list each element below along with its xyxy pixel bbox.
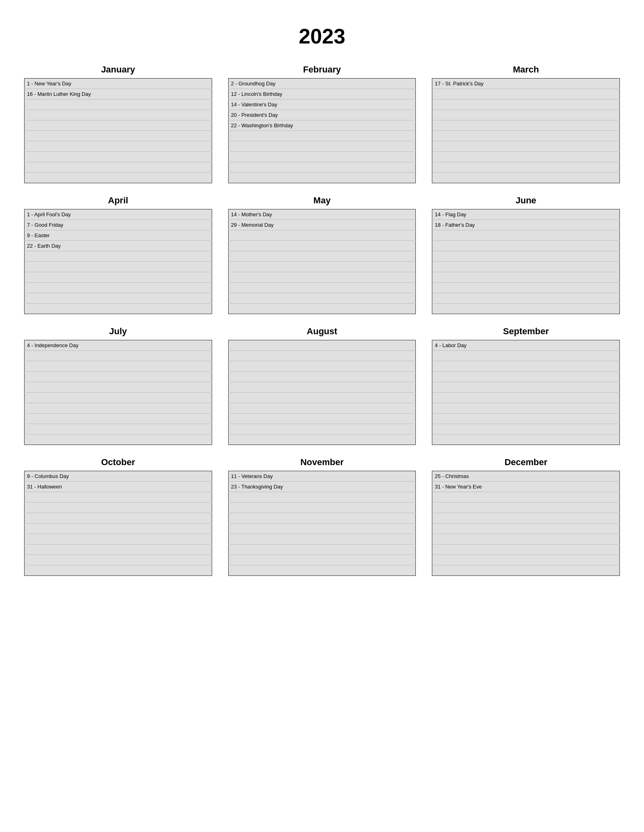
event-cell: [228, 272, 416, 283]
event-cell: [432, 162, 620, 173]
event-cell: [228, 251, 416, 262]
month-block-july: July4 - Independence Day: [24, 326, 212, 445]
event-cell: [228, 382, 416, 393]
event-cell: [432, 544, 620, 555]
event-cell: [25, 293, 212, 304]
month-table: [228, 340, 416, 445]
event-cell: [432, 403, 620, 414]
month-block-december: December25 - Christmas31 - New Year's Ev…: [432, 457, 620, 576]
table-row: [25, 372, 212, 382]
event-cell: [432, 293, 620, 304]
event-cell: 14 - Mother's Day: [228, 209, 416, 220]
month-table: 4 - Independence Day: [24, 340, 212, 445]
table-row: [25, 435, 212, 445]
table-row: [25, 382, 212, 393]
month-table: 14 - Flag Day18 - Father's Day: [432, 209, 620, 314]
event-cell: [432, 503, 620, 513]
event-cell: [228, 241, 416, 251]
table-row: [228, 524, 416, 534]
event-cell: [432, 173, 620, 183]
table-row: [25, 503, 212, 513]
event-cell: [228, 351, 416, 361]
table-row: [432, 131, 620, 141]
table-row: [432, 492, 620, 503]
event-cell: [25, 414, 212, 424]
table-row: [228, 293, 416, 304]
event-cell: 14 - Valentine's Day: [228, 99, 416, 110]
table-row: 29 - Memorial Day: [228, 220, 416, 230]
event-cell: [228, 162, 416, 173]
event-cell: [432, 414, 620, 424]
table-row: [25, 131, 212, 141]
table-row: [228, 283, 416, 293]
table-row: [432, 230, 620, 241]
event-cell: [432, 424, 620, 435]
event-cell: [25, 141, 212, 152]
table-row: [25, 152, 212, 162]
table-row: [432, 382, 620, 393]
table-row: 1 - New Year's Day: [25, 79, 212, 89]
event-cell: [228, 393, 416, 403]
event-cell: [228, 544, 416, 555]
table-row: [432, 424, 620, 435]
table-row: [228, 565, 416, 576]
month-name: January: [101, 64, 135, 75]
month-table: 14 - Mother's Day29 - Memorial Day: [228, 209, 416, 314]
event-cell: [25, 131, 212, 141]
event-cell: [432, 272, 620, 283]
table-row: [25, 99, 212, 110]
event-cell: [25, 534, 212, 544]
event-cell: [432, 110, 620, 120]
table-row: 14 - Valentine's Day: [228, 99, 416, 110]
month-name: June: [516, 195, 536, 206]
table-row: [25, 272, 212, 283]
table-row: 17 - St. Patrick's Day: [432, 79, 620, 89]
month-block-february: February2 - Groundhog Day12 - Lincoln's …: [228, 64, 416, 183]
month-block-january: January1 - New Year's Day16 - Martin Lut…: [24, 64, 212, 183]
table-row: [228, 503, 416, 513]
table-row: [432, 503, 620, 513]
table-row: [432, 293, 620, 304]
event-cell: [432, 524, 620, 534]
event-cell: [228, 283, 416, 293]
event-cell: [25, 304, 212, 314]
table-row: [432, 251, 620, 262]
event-cell: [228, 435, 416, 445]
table-row: [25, 162, 212, 173]
table-row: [228, 544, 416, 555]
event-cell: [432, 99, 620, 110]
event-cell: [432, 131, 620, 141]
event-cell: [25, 435, 212, 445]
event-cell: 17 - St. Patrick's Day: [432, 79, 620, 89]
event-cell: [25, 173, 212, 183]
table-row: [432, 524, 620, 534]
table-row: [25, 283, 212, 293]
table-row: [25, 534, 212, 544]
table-row: 31 - New Year's Eve: [432, 482, 620, 492]
table-row: [432, 403, 620, 414]
table-row: [228, 372, 416, 382]
table-row: [25, 555, 212, 565]
month-name: August: [307, 326, 337, 337]
table-row: [432, 241, 620, 251]
event-cell: 22 - Washington's Birthday: [228, 120, 416, 131]
table-row: 25 - Christmas: [432, 471, 620, 482]
event-cell: 18 - Father's Day: [432, 220, 620, 230]
event-cell: [25, 120, 212, 131]
table-row: 16 - Martin Luther King Day: [25, 89, 212, 99]
event-cell: 31 - Halloween: [25, 482, 212, 492]
table-row: 31 - Halloween: [25, 482, 212, 492]
event-cell: [432, 120, 620, 131]
table-row: [228, 351, 416, 361]
table-row: [228, 152, 416, 162]
table-row: [25, 513, 212, 524]
table-row: [228, 262, 416, 272]
table-row: [228, 272, 416, 283]
event-cell: [432, 351, 620, 361]
table-row: [228, 435, 416, 445]
table-row: [25, 262, 212, 272]
event-cell: [432, 141, 620, 152]
table-row: [432, 565, 620, 576]
table-row: [432, 272, 620, 283]
page-title: 2023: [16, 24, 628, 48]
